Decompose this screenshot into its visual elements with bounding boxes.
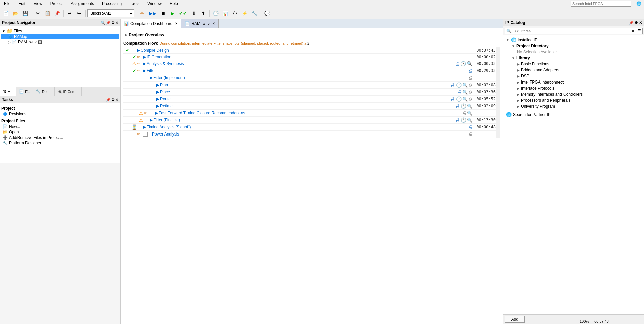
undo-btn[interactable]: ↩ [65,9,74,18]
play-analysis[interactable]: ▶ [143,61,146,66]
edit-icon-fitter[interactable]: ✏ [137,68,143,73]
flow-name-ipgen[interactable]: IP Generation [147,55,472,59]
print-icon-retime[interactable]: 🖨 [455,103,460,109]
tree-item-ramwrv[interactable]: ▷ 📄 RAM_wr.v 🔲 [1,39,119,45]
ip-library[interactable]: ▼ Library [505,55,643,61]
chip-btn[interactable]: 📊 [221,9,230,18]
menu-project[interactable]: Project [49,1,64,7]
menu-file[interactable]: File [3,1,12,7]
play-ipgen[interactable]: ▶ [143,55,146,59]
edit-icon-power[interactable]: ✏ [137,132,143,137]
checkbox-ff[interactable] [150,111,154,115]
ip-pin-icon[interactable]: 📌 [629,21,634,25]
search-icon[interactable]: 🔍 [101,21,105,25]
checkbox-power[interactable] [143,132,148,137]
edit-icon-ff[interactable]: ✏ [144,111,150,115]
play-compile[interactable]: ▶ [137,48,140,53]
save-btn[interactable]: 💾 [21,9,30,18]
play-fitter[interactable]: ▶ [143,68,146,73]
ip-menu-icon[interactable]: ☰ [636,29,642,33]
flow-name-analysis[interactable]: Analysis & Synthesis [147,61,455,66]
menu-processing[interactable]: Processing [101,1,123,7]
print-icon-fitter[interactable]: 🖨 [468,68,472,73]
close-icon[interactable]: ✕ [115,21,118,25]
play-place[interactable]: ▶ [156,90,159,94]
print-icon-timing[interactable]: 🖨 [468,124,472,130]
task-revisions[interactable]: 🔷 Revisions... [1,111,119,117]
project-overview-header[interactable]: ▶ Project Overview [123,31,500,39]
msg-btn[interactable]: 💬 [263,9,272,18]
flow-name-fitter[interactable]: Fitter [147,68,468,73]
gear-icon-plan[interactable]: ⚙ [468,83,472,88]
paste-btn[interactable]: 📌 [53,9,62,18]
ip-interconnect[interactable]: ▶ Intel FPGA Interconnect [505,79,643,85]
open-btn[interactable]: 📂 [11,9,20,18]
play-finalize[interactable]: ▶ [150,118,153,122]
tree-item-files[interactable]: ▼ 📁 Files [1,28,119,34]
menu-edit[interactable]: Edit [17,1,27,7]
flow-name-route[interactable]: Route [160,97,450,101]
task-new[interactable]: 📄 New... [1,124,119,129]
edit-btn[interactable]: ✏ [138,9,147,18]
pin-icon[interactable]: 📌 [106,21,111,25]
ip-add-button[interactable]: + Add... [505,316,525,323]
ip-university[interactable]: ▶ University Program [505,103,643,109]
print-icon-route[interactable]: 🖨 [450,96,455,102]
ip-dsp[interactable]: ▶ DSP [505,73,643,79]
entity-dropdown[interactable]: BlockRAM1 [87,9,134,17]
ip-search-input[interactable] [513,28,630,34]
flow-name-timing[interactable]: Timing Analysis (Signoff) [147,125,468,129]
print-icon-analysis[interactable]: 🖨 [455,61,460,66]
tab-hierarchy[interactable]: 🏗 H... [0,87,16,96]
ip-settings-icon[interactable]: ⚙ [635,21,638,25]
timing-btn[interactable]: ⏱ [231,9,239,18]
flow-name-place[interactable]: Place [160,90,457,94]
flow-scrollbar[interactable] [496,47,500,138]
print-icon-place[interactable]: 🖨 [457,89,462,95]
ip-bridges[interactable]: ▶ Bridges and Adapters [505,67,643,73]
settings-icon[interactable]: ⚙ [111,21,115,25]
ip-search-clear[interactable]: ✕ [630,29,636,33]
cut-btn[interactable]: ✂ [34,9,42,18]
flow-name-finalize[interactable]: Fitter (Finalize) [153,118,455,122]
print-icon-impl[interactable]: 🖨 [468,75,472,80]
flow-name-impl[interactable]: Fitter (Implement) [153,75,468,80]
copy-btn[interactable]: 📋 [43,9,52,18]
new-btn[interactable]: 📄 [1,9,10,18]
print-icon-ff[interactable]: 🖨 [462,110,466,116]
print-icon-finalize[interactable]: 🖨 [455,117,460,123]
search-icon-retime[interactable]: 🔍 [467,104,472,109]
ip-close-icon[interactable]: ✕ [639,21,642,25]
redo-btn[interactable]: ↪ [75,9,84,18]
arrow-up-btn[interactable]: ⬆ [199,9,208,18]
menu-view[interactable]: View [32,1,44,7]
task-open[interactable]: 📂 Open... [1,129,119,135]
debug-btn[interactable]: 🔧 [250,9,259,18]
global-search-input[interactable] [571,1,631,7]
menu-tools[interactable]: Tools [128,1,141,7]
search-icon-route[interactable]: 🔍 [462,97,468,102]
menu-window[interactable]: Window [146,1,163,7]
search-icon-plan[interactable]: 🔍 [462,83,468,88]
ip-basic-functions[interactable]: ▶ Basic Functions [505,61,643,67]
arrow-down-btn[interactable]: ⬇ [190,9,198,18]
search-icon-analysis[interactable]: 🔍 [467,61,472,66]
play-impl[interactable]: ▶ [150,75,153,80]
tab-design[interactable]: 🔧 Des... [33,87,55,96]
ip-installed[interactable]: ▼ 🌐 Installed IP [505,37,643,43]
ramwr-tab-close[interactable]: ✕ [212,22,215,25]
flow-name-plan[interactable]: Plan [160,83,450,87]
search-icon-place[interactable]: 🔍 [462,90,468,95]
clock-icon-route[interactable]: 🕐 [456,96,462,102]
redx-icon-finalize[interactable]: 🔍 [467,118,472,123]
power-btn[interactable]: ⚡ [240,9,249,18]
gear-icon-place[interactable]: ⚙ [468,90,472,95]
edit-icon-ipgen[interactable]: ✏ [137,55,143,59]
flow-info-icon[interactable]: ℹ [307,41,309,46]
compile-btn[interactable]: ▶▶ [147,9,158,18]
task-add-remove[interactable]: ➕ Add/Remove Files in Project... [1,135,119,140]
tab-ip[interactable]: 🔌 IP Com... [55,87,82,96]
check-btn[interactable]: ✔✔ [177,9,189,18]
play-route[interactable]: ▶ [156,97,159,101]
edit-icon-analysis[interactable]: ✏ [137,61,143,66]
